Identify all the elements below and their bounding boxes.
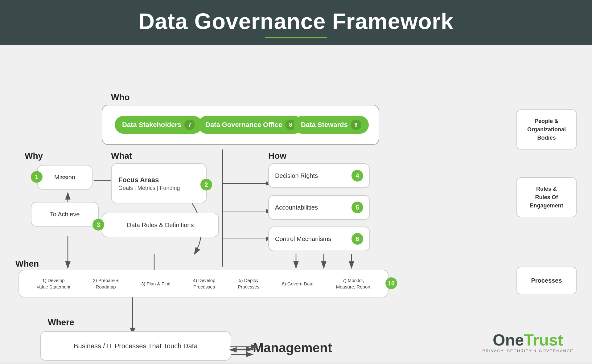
what-label: What	[111, 151, 132, 161]
decision-rights-number: 4	[352, 170, 363, 182]
data-stewards-label: Data Stewards	[301, 121, 348, 129]
timeline-step2: 2) Prepare + Roadmap	[93, 277, 119, 290]
logo-trust: Trust	[524, 331, 563, 349]
sidebar-rules-box: Rules &Rules OfEngagement	[516, 177, 577, 217]
timeline-step1: 1) Develop Value Statement	[36, 277, 70, 290]
timeline-step6: 6) Govern Data	[282, 280, 314, 287]
management-label: Management	[253, 341, 332, 355]
timeline-step4: 4) Develop Processes	[193, 277, 216, 290]
data-rules-label: Data Rules & Definitions	[127, 222, 194, 229]
sidebar-people-box: People &OrganizationalBodies	[516, 109, 577, 149]
data-stakeholders-pill: Data Stakeholders 7	[115, 116, 202, 134]
where-label: Where	[48, 317, 74, 327]
data-stewards-number: 9	[351, 120, 361, 130]
why-label: Why	[25, 151, 43, 161]
control-mechanisms-box: Control Mechanisms 6	[268, 227, 370, 251]
mission-number: 1	[31, 171, 43, 183]
accountabilities-box: Accountabilities 5	[268, 195, 370, 220]
sidebar-processes-label: Processes	[531, 277, 562, 284]
decision-rights-box: Decision Rights 4	[268, 163, 370, 188]
focus-areas-box: Focus Areas Goals | Metrics | Funding	[111, 163, 207, 203]
focus-areas-line1: Focus Areas	[118, 175, 159, 185]
decision-rights-label: Decision Rights	[275, 172, 318, 179]
timeline-step7: 7) Monitor, Measure, Report	[336, 277, 371, 290]
control-mechanisms-number: 6	[352, 233, 363, 245]
header-accent-line	[265, 37, 327, 38]
to-achieve-label: To Achieve	[50, 211, 80, 218]
logo-one: One	[493, 331, 524, 349]
when-label: When	[15, 259, 39, 269]
data-rules-number: 3	[92, 219, 104, 231]
how-label: How	[268, 151, 286, 161]
sidebar-rules-label: Rules &Rules OfEngagement	[530, 185, 563, 210]
timeline-step3: 3) Plan & Find	[141, 280, 171, 287]
onetrust-logo: OneTrust PRIVACY, SECURITY & GOVERNANCE	[482, 332, 574, 353]
accountabilities-number: 5	[352, 202, 363, 213]
who-label: Who	[111, 92, 130, 102]
timeline-container: 1) Develop Value Statement 2) Prepare + …	[18, 270, 388, 297]
data-stakeholders-number: 7	[184, 120, 195, 130]
mission-box: Mission	[37, 165, 92, 190]
timeline-number: 10	[385, 277, 397, 289]
sidebar-people-label: People &OrganizationalBodies	[527, 117, 566, 142]
focus-areas-number: 2	[200, 179, 212, 190]
dgo-label: Data Governance Office	[205, 121, 282, 129]
onetrust-text: OneTrust	[482, 332, 574, 348]
to-achieve-box: To Achieve	[31, 202, 99, 227]
focus-areas-line2: Goals | Metrics | Funding	[118, 185, 180, 191]
data-stakeholders-label: Data Stakeholders	[122, 121, 181, 129]
data-stewards-pill: Data Stewards 9	[294, 116, 369, 134]
logo-sub: PRIVACY, SECURITY & GOVERNANCE	[482, 349, 574, 353]
sidebar-processes-box: Processes	[516, 267, 577, 294]
accountabilities-label: Accountabilities	[275, 204, 318, 211]
business-it-label: Business / IT Processes That Touch Data	[74, 342, 198, 350]
page-title: Data Governance Framework	[0, 9, 592, 34]
timeline-step5: 5) Deploy Processes	[238, 277, 259, 290]
bidirectional-arrow	[228, 342, 259, 354]
data-governance-office-pill: Data Governance Office 8	[198, 116, 303, 134]
data-rules-box: Data Rules & Definitions	[102, 213, 219, 237]
who-container: Data Stakeholders 7 Data Governance Offi…	[102, 105, 379, 145]
business-it-box: Business / IT Processes That Touch Data	[40, 331, 231, 361]
mission-label: Mission	[54, 174, 75, 181]
main-content: Who Data Stakeholders 7 Data Governance …	[0, 45, 592, 362]
page-header: Data Governance Framework	[0, 0, 592, 45]
control-mechanisms-label: Control Mechanisms	[275, 235, 331, 243]
